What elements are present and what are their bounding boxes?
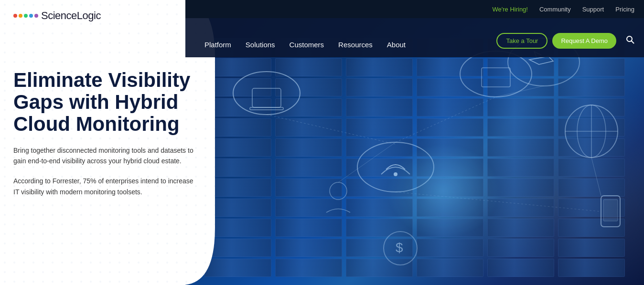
svg-rect-13: [603, 200, 618, 221]
logo-dot-purple: [34, 14, 38, 18]
svg-point-0: [233, 72, 300, 115]
request-demo-button[interactable]: Request A Demo: [552, 33, 616, 49]
hero-content: Eliminate Visibility Gaps with Hybrid Cl…: [13, 69, 200, 197]
nav-platform[interactable]: Platform: [204, 41, 231, 49]
svg-rect-2: [250, 107, 283, 110]
nav-solutions[interactable]: Solutions: [246, 41, 275, 49]
svg-line-22: [338, 142, 396, 182]
svg-point-3: [460, 51, 532, 97]
nav-about[interactable]: About: [387, 41, 406, 49]
search-icon: [626, 35, 634, 44]
nav-cta-buttons: Take a Tour Request A Demo: [496, 33, 634, 49]
logo[interactable]: ScienceLogic: [13, 10, 101, 22]
logo-dot-red: [13, 14, 17, 18]
hiring-link[interactable]: We're Hiring!: [492, 6, 527, 13]
logo-text: ScienceLogic: [41, 10, 101, 22]
nav-resources[interactable]: Resources: [338, 41, 373, 49]
logo-dots: [13, 14, 38, 18]
community-link[interactable]: Community: [539, 6, 571, 13]
hero-stat: According to Forrester, 75% of enterpris…: [13, 176, 200, 197]
search-button[interactable]: [626, 35, 634, 46]
logo-dot-green: [24, 14, 28, 18]
svg-line-18: [396, 97, 496, 142]
logo-dot-blue: [29, 14, 33, 18]
svg-point-23: [386, 143, 501, 239]
svg-point-16: [330, 182, 347, 200]
support-link[interactable]: Support: [582, 6, 604, 13]
svg-text:$: $: [396, 240, 403, 255]
pricing-link[interactable]: Pricing: [615, 6, 634, 13]
nav-links: Platform Solutions Customers Resources A…: [204, 41, 487, 49]
svg-line-17: [267, 115, 396, 144]
hero-subtitle: Bring together disconnected monitoring t…: [13, 145, 200, 167]
svg-line-21: [591, 158, 601, 196]
take-tour-button[interactable]: Take a Tour: [496, 33, 547, 49]
hero-title: Eliminate Visibility Gaps with Hybrid Cl…: [13, 69, 200, 136]
top-utility-bar: We're Hiring! Community Support Pricing: [185, 0, 644, 18]
nav-customers[interactable]: Customers: [290, 41, 324, 49]
svg-line-26: [632, 41, 634, 43]
svg-rect-4: [482, 68, 510, 87]
logo-dot-orange: [19, 14, 22, 18]
svg-line-19: [496, 86, 544, 97]
svg-rect-1: [252, 88, 281, 107]
